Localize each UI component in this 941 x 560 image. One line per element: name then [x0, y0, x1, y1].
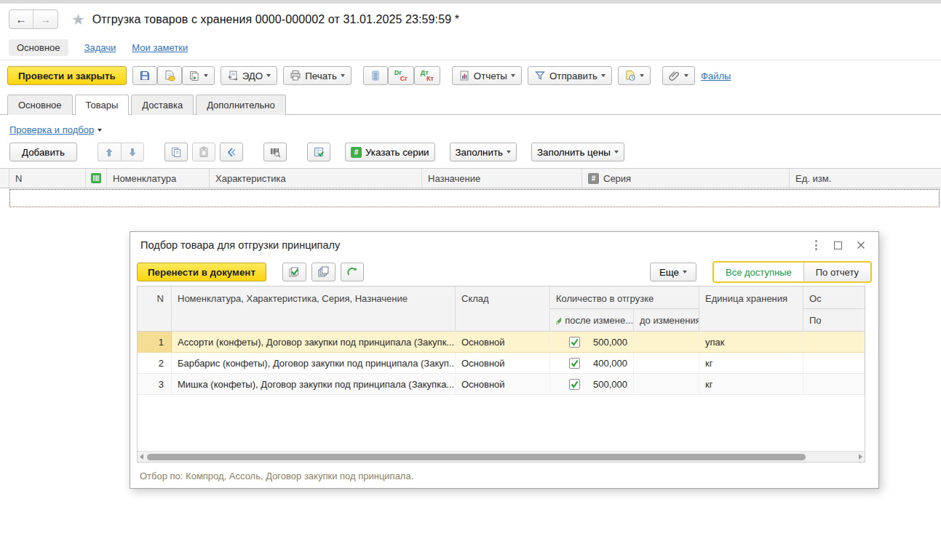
column-header-n[interactable]: N [138, 287, 172, 331]
copy-rows-button[interactable] [164, 143, 188, 161]
column-header-clipped[interactable]: Ос По [803, 287, 865, 331]
cell-nomenclature: Мишка (конфеты), Договор закупки под при… [172, 374, 456, 394]
deadline-icon [624, 70, 636, 81]
register-list-icon [370, 70, 381, 81]
checkbox-checked-icon[interactable] [569, 337, 580, 348]
column-header-series[interactable]: # Серия [582, 169, 790, 188]
send-button[interactable]: Отправить [528, 66, 612, 85]
cell-unit: кг [699, 353, 803, 373]
registers-button[interactable] [363, 66, 388, 85]
check-and-select-link[interactable]: Проверка и подбор [9, 124, 94, 135]
table-row[interactable]: 3 Мишка (конфеты), Договор закупки под п… [138, 374, 865, 395]
drcr-icon: DrCr [394, 70, 408, 81]
caret-down-icon [684, 74, 688, 77]
column-header-purpose[interactable]: Назначение [422, 169, 582, 188]
toggle-by-report[interactable]: По отчету [804, 263, 870, 281]
tab-additional[interactable]: Дополнительно [196, 95, 286, 115]
column-header-barcode[interactable] [86, 169, 107, 188]
column-header-n[interactable]: N [9, 169, 86, 188]
fill-check-button[interactable] [307, 143, 330, 161]
caret-down-icon [98, 129, 102, 132]
horizontal-scrollbar[interactable] [138, 451, 865, 462]
fill-table-icon [313, 146, 325, 158]
print-button[interactable]: Печать [283, 66, 352, 85]
column-header-nomenclature[interactable]: Номенклатура, Характеристика, Серия, Наз… [172, 287, 456, 331]
column-header-quantity[interactable]: Количество в отгрузке [550, 287, 699, 309]
checkbox-checked-icon[interactable] [569, 358, 580, 369]
column-header-warehouse[interactable]: Склад [456, 287, 550, 331]
goods-grid-header: N Номенклатура Характеристика Назначение… [0, 168, 941, 188]
barcode-column-icon [91, 173, 101, 183]
attach-icon [669, 70, 680, 81]
transfer-to-document-button[interactable]: Перенести в документ [137, 263, 266, 281]
column-header-before-change[interactable]: до изменения [634, 309, 699, 331]
post-button[interactable] [157, 66, 182, 85]
column-header-nomenclature[interactable]: Номенклатура [107, 169, 210, 188]
document-titlebar: ← → ★ Отгрузка товаров с хранения 0000-0… [0, 4, 941, 35]
deadline-button[interactable] [618, 66, 651, 85]
caret-down-icon [266, 74, 271, 77]
save-button[interactable] [132, 66, 157, 85]
set-series-button[interactable]: # Указать серии [345, 143, 435, 161]
caret-down-icon [614, 151, 619, 153]
files-link[interactable]: Файлы [701, 71, 731, 81]
grid-empty-area [138, 395, 865, 451]
fill-prices-menu-button[interactable]: Заполнить цены [531, 143, 624, 161]
dtkt-button[interactable]: ДтКт [414, 66, 440, 85]
split-row-button[interactable] [220, 143, 243, 161]
column-header-unit[interactable]: Единица хранения [699, 287, 803, 331]
kebab-icon[interactable] [813, 238, 819, 252]
favorite-star-icon[interactable]: ★ [71, 11, 85, 28]
toggle-all-available[interactable]: Все доступные [714, 263, 804, 281]
more-button[interactable]: Еще [650, 263, 696, 281]
edo-button[interactable]: ЭДО [221, 66, 278, 85]
pages-icon [317, 266, 330, 278]
barcode-scan-button[interactable] [263, 143, 287, 161]
tab-delivery[interactable]: Доставка [131, 95, 194, 115]
scrollbar-thumb[interactable] [147, 454, 806, 460]
cell-qty-after: 500,000 [550, 332, 634, 352]
column-header-unit[interactable]: Ед. изм. [790, 169, 941, 188]
caret-down-icon [341, 74, 345, 77]
cell-warehouse: Основной [456, 353, 550, 373]
post-documents-menu-button[interactable] [182, 66, 215, 85]
paste-rows-button[interactable] [192, 143, 215, 161]
column-header-after-change[interactable]: после измене... [550, 309, 634, 331]
fill-menu-button[interactable]: Заполнить [450, 143, 517, 161]
goods-grid-empty-row[interactable] [9, 189, 940, 207]
drcr-button[interactable]: DrCr [388, 66, 414, 85]
split-icon [226, 147, 237, 158]
back-button[interactable]: ← [9, 10, 33, 28]
dialog-titlebar: Подбор товара для отгрузки принципалу [130, 232, 878, 258]
scroll-right-icon[interactable] [859, 454, 862, 460]
tab-main[interactable]: Основное [7, 95, 73, 115]
app-window: ← → ★ Отгрузка товаров с хранения 0000-0… [0, 0, 941, 560]
paste-icon [198, 146, 210, 158]
move-up-button[interactable] [98, 143, 121, 161]
check-all-button[interactable] [282, 263, 306, 281]
attach-button[interactable] [662, 66, 695, 85]
send-icon [534, 70, 546, 81]
nav-link-notes[interactable]: Мои заметки [132, 42, 188, 53]
move-down-button[interactable] [121, 143, 144, 161]
add-row-button[interactable]: Добавить [9, 143, 77, 161]
back-icon: ← [16, 13, 27, 25]
refresh-button[interactable] [341, 263, 364, 281]
table-row[interactable]: 1 Ассорти (конфеты), Договор закупки под… [138, 332, 865, 353]
table-row[interactable]: 2 Барбарис (конфеты), Договор закупки по… [138, 353, 865, 374]
post-and-close-button[interactable]: Провести и закрыть [7, 66, 127, 85]
checkbox-checked-icon[interactable] [569, 379, 580, 390]
uncheck-all-button[interactable] [311, 263, 335, 281]
column-header-characteristic[interactable]: Характеристика [210, 169, 422, 188]
selection-grid-body: 1 Ассорти (конфеты), Договор закупки под… [138, 332, 865, 462]
dtkt-icon: ДтКт [421, 70, 434, 81]
reports-button[interactable]: Отчеты [452, 66, 522, 85]
tab-goods[interactable]: Товары [75, 95, 130, 115]
forward-button[interactable]: → [33, 10, 57, 28]
nav-item-main[interactable]: Основное [9, 39, 68, 56]
scroll-left-icon[interactable] [140, 454, 143, 460]
nav-link-tasks[interactable]: Задачи [84, 42, 116, 53]
series-hash-icon: # [588, 173, 599, 184]
maximize-icon[interactable] [834, 241, 842, 249]
close-icon[interactable] [857, 241, 865, 249]
